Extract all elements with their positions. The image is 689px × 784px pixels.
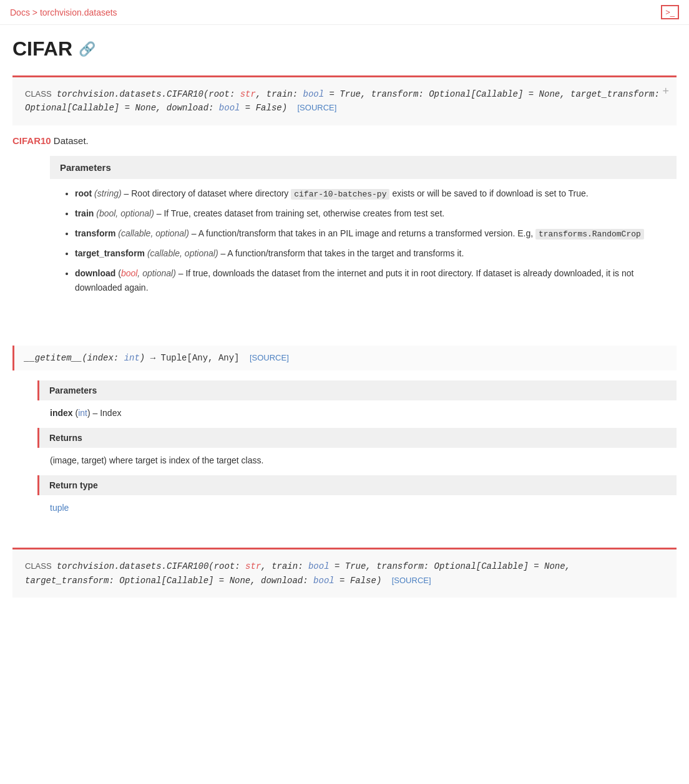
cifar10-source-link[interactable]: [SOURCE] (298, 103, 337, 112)
getitem-params-section: Parameters index (int) – Index (37, 380, 677, 420)
param-type-transform: (callable, optional) (118, 228, 189, 238)
anchor-link-icon[interactable]: 🔗 (79, 41, 95, 57)
param-type-download-rest: , optional) (137, 268, 175, 278)
page-title: CIFAR (12, 37, 72, 60)
param-type-target-transform: (callable, optional) (147, 248, 218, 258)
method-param-name: index: (87, 353, 124, 363)
method-param-type: int (124, 353, 140, 363)
getitem-param-name: index (50, 408, 73, 418)
main-content: CIFAR 🔗 CLASStorchvision.datasets.CIFAR1… (0, 25, 689, 622)
param3-val: = False) (240, 103, 287, 113)
breadcrumb-sep: > (30, 7, 40, 17)
list-item: root (string) – Root directory of datase… (75, 186, 664, 201)
docs-link[interactable]: Docs (10, 7, 30, 17)
cifar10-fn-name: torchvision.datasets.CIFAR10( (57, 89, 209, 99)
param-code-root: cifar-10-batches-py (291, 189, 389, 200)
param2-name: train: (266, 89, 303, 99)
param-code-transform: transforms.RandomCrop (535, 229, 644, 240)
getitem-returns-header: Returns (37, 428, 677, 448)
cifar10-signature: CLASStorchvision.datasets.CIFAR10(root: … (25, 87, 664, 115)
cifar100-param1-type: str (245, 561, 261, 571)
param-desc-train: – If True, creates dataset from training… (157, 208, 444, 218)
param1-sep: , (256, 89, 266, 99)
getitem-returns-body: (image, target) where target is index of… (37, 448, 677, 468)
getitem-returns-section: Returns (image, target) where target is … (37, 428, 677, 468)
getitem-params-body: index (int) – Index (37, 400, 677, 420)
top-nav: Docs > torchvision.datasets >_ (0, 0, 689, 25)
params-header: Parameters (50, 156, 677, 179)
cifar10-class-block: CLASStorchvision.datasets.CIFAR10(root: … (12, 75, 677, 125)
param1-name: root: (208, 89, 240, 99)
breadcrumb[interactable]: Docs > torchvision.datasets (10, 7, 117, 17)
param-type-train: (bool, optional) (96, 208, 154, 218)
param-name-root: root (75, 188, 92, 198)
param-desc-target-transform: – A function/transform that takes in the… (220, 248, 464, 258)
param1-type: str (240, 89, 256, 99)
params-body: root (string) – Root directory of datase… (50, 179, 677, 308)
getitem-return-type-header: Return type (37, 475, 677, 495)
param-desc-transform: – A function/transform that takes in an … (192, 228, 535, 238)
getitem-method-block: __getitem__(index: int) → Tuple[Any, Any… (12, 346, 677, 370)
getitem-return-type-section: Return type tuple (37, 475, 677, 515)
param2-type: bool (303, 89, 325, 99)
cifar100-param2-type: bool (308, 561, 330, 571)
getitem-param-desc: – Index (93, 408, 122, 418)
page-title-area: CIFAR 🔗 (12, 37, 677, 60)
param-name-target-transform: target_transform (75, 248, 145, 258)
return-type-link[interactable]: tuple (50, 503, 69, 513)
cifar100-source-link[interactable]: [SOURCE] (392, 576, 431, 585)
param-desc-root: – Root directory of dataset where direct… (124, 188, 291, 198)
class-keyword: CLASS (25, 89, 52, 99)
cifar100-param1-sep: , (261, 561, 271, 571)
getitem-return-type-body: tuple (37, 495, 677, 515)
cifar10-params-section: Parameters root (string) – Root director… (50, 156, 677, 308)
cifar10-name-ref: CIFAR10 (12, 135, 51, 146)
getitem-params-header: Parameters (37, 380, 677, 400)
cifar100-class-keyword: CLASS (25, 561, 52, 571)
param-type-download-bool: bool (121, 268, 137, 278)
expand-button[interactable]: + (662, 85, 669, 98)
param-list: root (string) – Root directory of datase… (62, 186, 664, 296)
module-link[interactable]: torchvision.datasets (40, 7, 117, 17)
param-name-download: download (75, 268, 115, 278)
list-item: target_transform (callable, optional) – … (75, 246, 664, 261)
getitem-returns-desc: (image, target) where target is index of… (50, 455, 263, 465)
method-return-arrow: → Tuple[Any, Any] (150, 353, 240, 363)
cifar100-param3-type: bool (313, 576, 335, 586)
cifar100-param1-name: root: (214, 561, 245, 571)
cifar100-class-block: CLASStorchvision.datasets.CIFAR100(root:… (12, 548, 677, 598)
list-item: download (bool, optional) – If true, dow… (75, 266, 664, 296)
list-item: transform (callable, optional) – A funct… (75, 226, 664, 241)
param-desc2-root: exists or will be saved to if download i… (392, 188, 588, 198)
method-name: __getitem__ (24, 353, 82, 363)
cifar10-desc-text: Dataset. (51, 135, 89, 146)
cifar100-param2-name: train: (271, 561, 308, 571)
param-name-train: train (75, 208, 94, 218)
cifar100-signature: CLASStorchvision.datasets.CIFAR100(root:… (25, 559, 664, 588)
getitem-source-link[interactable]: [SOURCE] (250, 353, 289, 362)
param3-type: bool (219, 103, 240, 113)
terminal-icon[interactable]: >_ (661, 5, 679, 19)
cifar100-param3-val: = False) (335, 576, 382, 586)
list-item: train (bool, optional) – If True, create… (75, 206, 664, 221)
param-type-root: (string) (94, 188, 122, 198)
param-name-transform: transform (75, 228, 115, 238)
cifar100-fn-name: torchvision.datasets.CIFAR100( (57, 561, 214, 571)
getitem-param-type: int (78, 408, 87, 418)
cifar10-description: CIFAR10 Dataset. (12, 125, 677, 146)
